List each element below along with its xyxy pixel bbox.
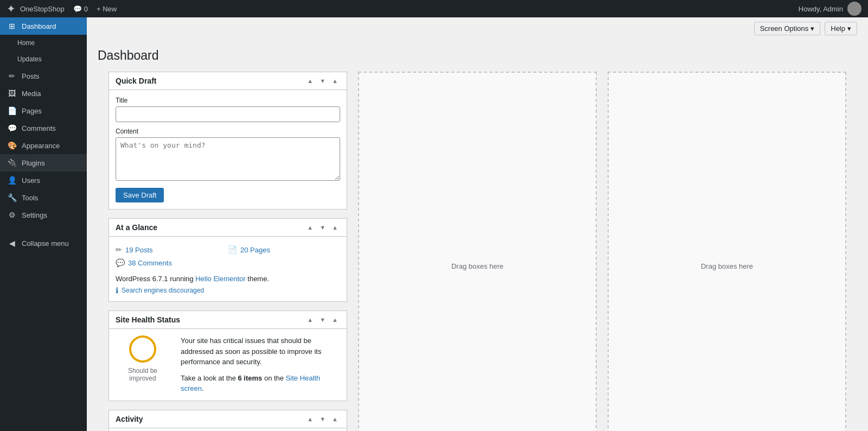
sidebar-item-dashboard[interactable]: ⊞ Dashboard (0, 17, 87, 35)
metabox-controls: ▲ ▼ ▲ (305, 77, 340, 85)
dashboard-content: Quick Draft ▲ ▼ ▲ Title Content (98, 72, 857, 431)
sidebar-item-posts[interactable]: ✏ Posts (0, 67, 87, 85)
activity-title: Activity (116, 415, 305, 423)
avatar (847, 2, 861, 16)
activity-collapse-down-button[interactable]: ▼ (317, 415, 328, 423)
health-desc-text: Your site has critical issues that shoul… (181, 335, 340, 367)
collapse-up-button[interactable]: ▲ (305, 77, 315, 85)
sidebar-item-tools[interactable]: 🔧 Tools (0, 189, 87, 206)
home-label: Home (17, 39, 35, 47)
user-info[interactable]: Howdy, Admin (799, 2, 861, 16)
wp-wrap: ⊞ Dashboard Home Updates ✏ Posts (0, 0, 868, 431)
title-label: Title (116, 97, 340, 104)
pages-count-link[interactable]: 20 Pages (240, 246, 270, 254)
theme-link[interactable]: Hello Elementor (195, 275, 246, 283)
admin-sidebar: ⊞ Dashboard Home Updates ✏ Posts (0, 17, 87, 431)
save-draft-button[interactable]: Save Draft (116, 188, 164, 202)
page-title: Dashboard (98, 48, 857, 63)
close-metabox-button[interactable]: ▲ (330, 77, 340, 85)
sidebar-menu: ⊞ Dashboard Home Updates ✏ Posts (0, 17, 87, 252)
glance-collapse-up-button[interactable]: ▲ (305, 223, 315, 232)
posts-stat: ✏ 19 Posts (116, 243, 228, 256)
media-label: Media (22, 90, 41, 98)
sidebar-item-plugins[interactable]: 🔌 Plugins (0, 154, 87, 172)
help-label: Help (831, 24, 845, 33)
main-content: Screen Options ▾ Help ▾ Dashboard Quick … (87, 17, 868, 431)
site-name[interactable]: OneStopShop (20, 5, 65, 13)
draft-content-textarea[interactable] (116, 137, 340, 181)
right-column: Drag boxes here Drag boxes here (358, 72, 846, 431)
sidebar-item-comments[interactable]: 💬 Comments (0, 119, 87, 137)
post-stat-icon: ✏ (116, 245, 122, 254)
sidebar-item-home-sub: Home (0, 35, 87, 51)
health-close-button[interactable]: ▲ (330, 315, 340, 324)
quick-draft-header[interactable]: Quick Draft ▲ ▼ ▲ (109, 72, 347, 90)
at-a-glance-header[interactable]: At a Glance ▲ ▼ ▲ (109, 219, 347, 237)
settings-label: Settings (22, 211, 47, 219)
posts-icon: ✏ (7, 72, 17, 80)
comments-adminbar-item[interactable]: 💬 0 (73, 5, 88, 13)
page-wrap: Dashboard Quick Draft ▲ ▼ ▲ (87, 40, 868, 431)
glance-close-button[interactable]: ▲ (330, 223, 340, 232)
activity-collapse-up-button[interactable]: ▲ (305, 415, 315, 423)
sidebar-item-collapse[interactable]: ◀ Collapse menu (0, 234, 87, 252)
posts-count-link[interactable]: 19 Posts (125, 246, 153, 254)
pages-label: Pages (22, 107, 42, 115)
comments-icon: 💬 (7, 124, 17, 132)
drag-area-2: Drag boxes here (608, 72, 846, 431)
comments-count: 0 (84, 5, 88, 13)
at-a-glance-body: ✏ 19 Posts 📄 20 Pages 💬 38 Comments (109, 237, 347, 301)
comments-count-link[interactable]: 38 Comments (128, 259, 172, 267)
site-health-body: Should be improved Your site has critica… (109, 329, 347, 401)
drag-area-1-text: Drag boxes here (451, 262, 503, 270)
health-metabox-controls: ▲ ▼ ▲ (305, 315, 340, 324)
search-engines-link[interactable]: Search engines discouraged (122, 287, 204, 294)
comments-stat: 💬 38 Comments (116, 256, 340, 269)
activity-metabox: Activity ▲ ▼ ▲ Recently Published (108, 410, 347, 432)
sidebar-item-pages[interactable]: 📄 Pages (0, 102, 87, 119)
screen-options-chevron-icon: ▾ (810, 24, 814, 33)
appearance-label: Appearance (22, 142, 60, 150)
users-label: Users (22, 176, 40, 185)
health-collapse-up-button[interactable]: ▲ (305, 315, 315, 324)
glance-collapse-down-button[interactable]: ▼ (317, 223, 328, 232)
health-collapse-down-button[interactable]: ▼ (317, 315, 328, 324)
comments-label: Comments (22, 124, 56, 132)
sidebar-item-users[interactable]: 👤 Users (0, 172, 87, 189)
sidebar-item-settings[interactable]: ⚙ Settings (0, 206, 87, 224)
new-content-item[interactable]: + New (97, 5, 117, 13)
activity-close-button[interactable]: ▲ (330, 415, 340, 423)
comment-stat-icon: 💬 (116, 258, 125, 267)
help-button[interactable]: Help ▾ (825, 22, 857, 35)
updates-label: Updates (17, 55, 42, 63)
quick-draft-title: Quick Draft (116, 77, 305, 85)
plugins-icon: 🔌 (7, 159, 17, 167)
collapse-label: Collapse menu (22, 239, 69, 248)
quick-draft-body: Title Content Save Draft (109, 90, 347, 209)
sidebar-item-appearance[interactable]: 🎨 Appearance (0, 137, 87, 154)
users-icon: 👤 (7, 176, 17, 185)
screen-options-button[interactable]: Screen Options ▾ (754, 22, 821, 35)
collapse-down-button[interactable]: ▼ (317, 77, 328, 85)
health-label: Should be improved (116, 367, 170, 382)
drag-area-1: Drag boxes here (358, 72, 597, 431)
plugins-label: Plugins (22, 159, 45, 167)
comment-icon: 💬 (73, 5, 82, 13)
site-health-header[interactable]: Site Health Status ▲ ▼ ▲ (109, 311, 347, 329)
posts-label: Posts (22, 72, 40, 80)
activity-metabox-controls: ▲ ▼ ▲ (305, 415, 340, 423)
sidebar-item-updates-sub: Updates (0, 51, 87, 67)
appearance-icon: 🎨 (7, 141, 17, 150)
sidebar-item-media[interactable]: 🖼 Media (0, 85, 87, 102)
glance-metabox-controls: ▲ ▼ ▲ (305, 223, 340, 232)
top-bar: Screen Options ▾ Help ▾ (87, 17, 868, 40)
quick-draft-metabox: Quick Draft ▲ ▼ ▲ Title Content (108, 72, 347, 210)
pages-stat: 📄 20 Pages (228, 243, 340, 256)
info-icon: ℹ (116, 286, 118, 295)
draft-title-input[interactable] (116, 106, 340, 122)
howdy-text: Howdy, Admin (799, 5, 843, 13)
left-column: Quick Draft ▲ ▼ ▲ Title Content (108, 72, 347, 431)
health-circle-wrap: Should be improved (116, 335, 170, 382)
activity-header[interactable]: Activity ▲ ▼ ▲ (109, 410, 347, 428)
content-label: Content (116, 128, 340, 135)
